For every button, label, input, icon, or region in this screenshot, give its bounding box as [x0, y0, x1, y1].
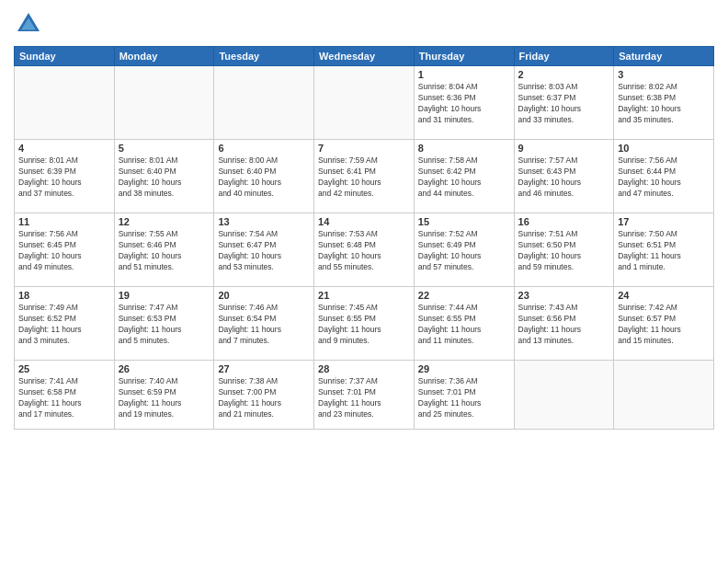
calendar-cell	[15, 66, 115, 140]
calendar-cell	[614, 361, 714, 430]
day-info: Sunrise: 7:53 AM Sunset: 6:48 PM Dayligh…	[318, 229, 410, 273]
week-row-2: 4Sunrise: 8:01 AM Sunset: 6:39 PM Daylig…	[15, 140, 714, 213]
day-number: 1	[418, 69, 510, 80]
day-info: Sunrise: 7:50 AM Sunset: 6:51 PM Dayligh…	[618, 229, 710, 273]
day-number: 21	[318, 290, 410, 301]
day-info: Sunrise: 7:45 AM Sunset: 6:55 PM Dayligh…	[318, 303, 410, 347]
calendar-cell: 10Sunrise: 7:56 AM Sunset: 6:44 PM Dayli…	[614, 140, 714, 213]
day-number: 27	[218, 363, 310, 374]
calendar-cell: 23Sunrise: 7:43 AM Sunset: 6:56 PM Dayli…	[514, 287, 614, 361]
week-row-5: 25Sunrise: 7:41 AM Sunset: 6:58 PM Dayli…	[15, 361, 714, 430]
calendar-cell	[514, 361, 614, 430]
calendar-cell: 22Sunrise: 7:44 AM Sunset: 6:55 PM Dayli…	[414, 287, 514, 361]
day-info: Sunrise: 7:46 AM Sunset: 6:54 PM Dayligh…	[218, 303, 310, 347]
day-number: 12	[119, 216, 210, 227]
day-info: Sunrise: 7:51 AM Sunset: 6:50 PM Dayligh…	[518, 229, 610, 273]
day-info: Sunrise: 7:56 AM Sunset: 6:44 PM Dayligh…	[618, 155, 710, 200]
day-info: Sunrise: 7:56 AM Sunset: 6:45 PM Dayligh…	[18, 229, 110, 273]
calendar-cell: 11Sunrise: 7:56 AM Sunset: 6:45 PM Dayli…	[15, 213, 115, 287]
day-number: 18	[18, 290, 110, 301]
day-info: Sunrise: 8:01 AM Sunset: 6:40 PM Dayligh…	[119, 155, 210, 200]
calendar-cell: 24Sunrise: 7:42 AM Sunset: 6:57 PM Dayli…	[614, 287, 714, 361]
calendar-cell: 21Sunrise: 7:45 AM Sunset: 6:55 PM Dayli…	[314, 287, 415, 361]
day-info: Sunrise: 7:47 AM Sunset: 6:53 PM Dayligh…	[119, 303, 210, 347]
calendar-cell: 27Sunrise: 7:38 AM Sunset: 7:00 PM Dayli…	[214, 361, 314, 430]
day-number: 15	[418, 216, 510, 227]
page: SundayMondayTuesdayWednesdayThursdayFrid…	[0, 0, 728, 439]
day-info: Sunrise: 7:55 AM Sunset: 6:46 PM Dayligh…	[119, 229, 210, 273]
day-number: 6	[218, 143, 310, 154]
day-number: 7	[318, 143, 410, 154]
day-info: Sunrise: 7:49 AM Sunset: 6:52 PM Dayligh…	[18, 303, 110, 347]
day-number: 8	[418, 143, 510, 154]
day-info: Sunrise: 7:40 AM Sunset: 6:59 PM Dayligh…	[119, 376, 210, 420]
week-row-4: 18Sunrise: 7:49 AM Sunset: 6:52 PM Dayli…	[15, 287, 714, 361]
header-row: SundayMondayTuesdayWednesdayThursdayFrid…	[15, 47, 714, 66]
day-header-sunday: Sunday	[15, 47, 115, 66]
logo	[14, 9, 47, 39]
calendar-cell: 28Sunrise: 7:37 AM Sunset: 7:01 PM Dayli…	[314, 361, 415, 430]
calendar-cell: 7Sunrise: 7:59 AM Sunset: 6:41 PM Daylig…	[314, 140, 415, 213]
day-info: Sunrise: 8:01 AM Sunset: 6:39 PM Dayligh…	[18, 155, 110, 200]
calendar-cell: 8Sunrise: 7:58 AM Sunset: 6:42 PM Daylig…	[414, 140, 514, 213]
calendar-cell	[314, 66, 415, 140]
calendar-cell: 6Sunrise: 8:00 AM Sunset: 6:40 PM Daylig…	[214, 140, 314, 213]
header	[14, 9, 714, 39]
calendar-cell: 4Sunrise: 8:01 AM Sunset: 6:39 PM Daylig…	[15, 140, 115, 213]
calendar-cell: 13Sunrise: 7:54 AM Sunset: 6:47 PM Dayli…	[214, 213, 314, 287]
calendar-cell: 29Sunrise: 7:36 AM Sunset: 7:01 PM Dayli…	[414, 361, 514, 430]
logo-icon	[14, 9, 43, 39]
day-number: 24	[618, 290, 710, 301]
day-info: Sunrise: 7:42 AM Sunset: 6:57 PM Dayligh…	[618, 303, 710, 347]
calendar-cell: 15Sunrise: 7:52 AM Sunset: 6:49 PM Dayli…	[414, 213, 514, 287]
day-info: Sunrise: 8:00 AM Sunset: 6:40 PM Dayligh…	[218, 155, 310, 200]
day-header-monday: Monday	[114, 47, 214, 66]
day-info: Sunrise: 8:02 AM Sunset: 6:38 PM Dayligh…	[618, 82, 710, 126]
day-number: 17	[618, 216, 710, 227]
day-number: 9	[518, 143, 610, 154]
calendar-cell: 16Sunrise: 7:51 AM Sunset: 6:50 PM Dayli…	[514, 213, 614, 287]
day-number: 5	[119, 143, 210, 154]
day-header-thursday: Thursday	[414, 47, 514, 66]
calendar-cell: 5Sunrise: 8:01 AM Sunset: 6:40 PM Daylig…	[114, 140, 214, 213]
day-number: 22	[418, 290, 510, 301]
day-number: 4	[18, 143, 110, 154]
calendar-cell: 9Sunrise: 7:57 AM Sunset: 6:43 PM Daylig…	[514, 140, 614, 213]
calendar: SundayMondayTuesdayWednesdayThursdayFrid…	[14, 46, 714, 430]
day-header-wednesday: Wednesday	[314, 47, 415, 66]
calendar-cell: 1Sunrise: 8:04 AM Sunset: 6:36 PM Daylig…	[414, 66, 514, 140]
day-number: 14	[318, 216, 410, 227]
calendar-cell	[214, 66, 314, 140]
day-number: 20	[218, 290, 310, 301]
day-info: Sunrise: 7:54 AM Sunset: 6:47 PM Dayligh…	[218, 229, 310, 273]
day-number: 3	[618, 69, 710, 80]
calendar-cell	[114, 66, 214, 140]
day-info: Sunrise: 7:43 AM Sunset: 6:56 PM Dayligh…	[518, 303, 610, 347]
week-row-1: 1Sunrise: 8:04 AM Sunset: 6:36 PM Daylig…	[15, 66, 714, 140]
day-number: 2	[518, 69, 610, 80]
day-info: Sunrise: 7:52 AM Sunset: 6:49 PM Dayligh…	[418, 229, 510, 273]
day-number: 23	[518, 290, 610, 301]
calendar-cell: 14Sunrise: 7:53 AM Sunset: 6:48 PM Dayli…	[314, 213, 415, 287]
day-number: 10	[618, 143, 710, 154]
day-number: 16	[518, 216, 610, 227]
calendar-cell: 20Sunrise: 7:46 AM Sunset: 6:54 PM Dayli…	[214, 287, 314, 361]
calendar-cell: 3Sunrise: 8:02 AM Sunset: 6:38 PM Daylig…	[614, 66, 714, 140]
day-header-tuesday: Tuesday	[214, 47, 314, 66]
day-info: Sunrise: 7:57 AM Sunset: 6:43 PM Dayligh…	[518, 155, 610, 200]
day-number: 29	[418, 363, 510, 374]
day-number: 19	[119, 290, 210, 301]
day-info: Sunrise: 8:04 AM Sunset: 6:36 PM Dayligh…	[418, 82, 510, 126]
calendar-cell: 17Sunrise: 7:50 AM Sunset: 6:51 PM Dayli…	[614, 213, 714, 287]
day-info: Sunrise: 7:37 AM Sunset: 7:01 PM Dayligh…	[318, 376, 410, 420]
day-info: Sunrise: 7:59 AM Sunset: 6:41 PM Dayligh…	[318, 155, 410, 200]
day-info: Sunrise: 7:36 AM Sunset: 7:01 PM Dayligh…	[418, 376, 510, 420]
day-header-saturday: Saturday	[614, 47, 714, 66]
calendar-cell: 2Sunrise: 8:03 AM Sunset: 6:37 PM Daylig…	[514, 66, 614, 140]
day-header-friday: Friday	[514, 47, 614, 66]
calendar-cell: 19Sunrise: 7:47 AM Sunset: 6:53 PM Dayli…	[114, 287, 214, 361]
day-number: 13	[218, 216, 310, 227]
day-info: Sunrise: 7:44 AM Sunset: 6:55 PM Dayligh…	[418, 303, 510, 347]
calendar-cell: 25Sunrise: 7:41 AM Sunset: 6:58 PM Dayli…	[15, 361, 115, 430]
day-number: 11	[18, 216, 110, 227]
